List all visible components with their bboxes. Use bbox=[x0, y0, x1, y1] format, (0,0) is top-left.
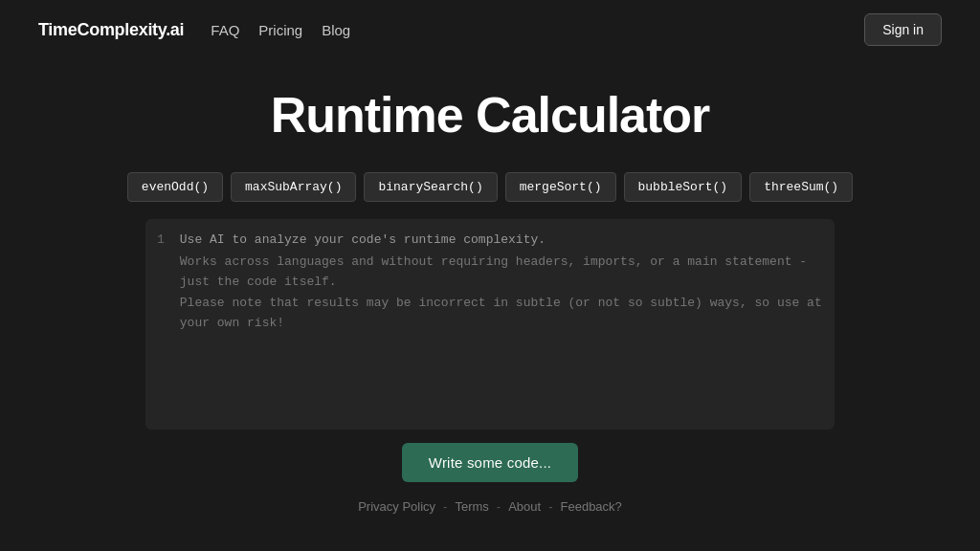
hero-section: Runtime Calculator bbox=[0, 59, 980, 163]
footer-link-privacy-policy[interactable]: Privacy Policy bbox=[358, 499, 435, 514]
line-numbers: 1 bbox=[145, 231, 176, 418]
footer-separator-2: - bbox=[497, 499, 501, 514]
tab-binary-search[interactable]: binarySearch() bbox=[364, 172, 497, 202]
nav-link-blog[interactable]: Blog bbox=[322, 22, 350, 38]
tab-three-sum[interactable]: threeSum() bbox=[749, 172, 853, 202]
placeholder-line-2: Works across languages and without requi… bbox=[180, 253, 823, 293]
placeholder-line-3: Please note that results may be incorrec… bbox=[180, 294, 823, 334]
tab-merge-sort[interactable]: mergeSort() bbox=[505, 172, 616, 202]
footer-link-terms[interactable]: Terms bbox=[455, 499, 488, 514]
nav-link-pricing[interactable]: Pricing bbox=[258, 22, 302, 38]
line-number-1: 1 bbox=[157, 232, 165, 247]
hero-title: Runtime Calculator bbox=[0, 86, 980, 143]
editor-content: 1 Use AI to analyze your code's runtime … bbox=[145, 219, 835, 430]
brand-name: TimeComplexity.ai bbox=[38, 20, 184, 40]
tab-max-sub-array[interactable]: maxSubArray() bbox=[231, 172, 356, 202]
footer-separator-3: - bbox=[548, 499, 552, 514]
footer-separator-1: - bbox=[443, 499, 447, 514]
write-code-button[interactable]: Write some code... bbox=[402, 443, 578, 482]
navbar-left: TimeComplexity.ai FAQ Pricing Blog bbox=[38, 20, 350, 40]
placeholder-line-1: Use AI to analyze your code's runtime co… bbox=[180, 231, 823, 251]
tab-even-odd[interactable]: evenOdd() bbox=[127, 172, 223, 202]
nav-links: FAQ Pricing Blog bbox=[211, 22, 350, 38]
tabs-container: evenOdd() maxSubArray() binarySearch() m… bbox=[0, 163, 980, 211]
editor-placeholder-text: Use AI to analyze your code's runtime co… bbox=[176, 231, 835, 418]
nav-link-faq[interactable]: FAQ bbox=[211, 22, 239, 38]
footer-link-feedback[interactable]: Feedback? bbox=[561, 499, 622, 514]
sign-in-button[interactable]: Sign in bbox=[864, 13, 942, 46]
tab-bubble-sort[interactable]: bubbleSort() bbox=[624, 172, 743, 202]
navbar: TimeComplexity.ai FAQ Pricing Blog Sign … bbox=[0, 0, 980, 59]
code-editor[interactable]: 1 Use AI to analyze your code's runtime … bbox=[145, 219, 835, 430]
action-area: Write some code... bbox=[0, 430, 980, 492]
footer-link-about[interactable]: About bbox=[508, 499, 541, 514]
footer-links: Privacy Policy - Terms - About - Feedbac… bbox=[0, 492, 980, 518]
